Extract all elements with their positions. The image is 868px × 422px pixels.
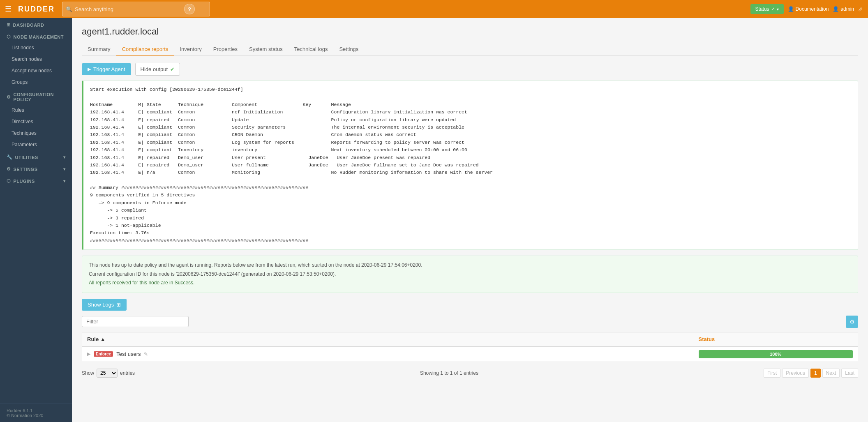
sidebar-section-node-management: ⬡ Node management List nodes Search node…: [0, 30, 72, 88]
sidebar-section-config-policy: ⚙ Configuration policy Rules Directives …: [0, 88, 72, 150]
page-1-button[interactable]: 1: [810, 369, 821, 378]
show-label: Show: [82, 370, 94, 376]
col-status-header: Status: [694, 332, 858, 346]
sidebar-item-parameters[interactable]: Parameters: [0, 139, 72, 150]
sidebar-section-header-utilities[interactable]: 🔧 Utilities ▾: [0, 150, 72, 162]
copyright: © Normation 2020: [7, 413, 65, 418]
sidebar-section-header-node-management[interactable]: ⬡ Node management: [0, 30, 72, 42]
tab-compliance-reports[interactable]: Compliance reports: [116, 43, 174, 56]
help-icon[interactable]: ?: [184, 4, 195, 14]
search-input[interactable]: [75, 6, 182, 12]
check-icon: ✔: [170, 66, 175, 72]
rule-row: ▶ Enforce Test users ✎: [87, 351, 689, 357]
report-table: Rule ▲ Status ▶ Enforce Test users ✎: [82, 332, 858, 362]
progress-bar: 100%: [699, 350, 853, 358]
status-cell: 100%: [694, 346, 858, 362]
node-management-label: Node management: [14, 35, 64, 39]
show-logs-button[interactable]: Show Logs ⊞: [82, 299, 127, 311]
gear-icon: ⚙: [850, 318, 855, 325]
entries-select[interactable]: 10 25 50 100: [97, 369, 118, 378]
last-page-button[interactable]: Last: [841, 369, 858, 378]
table-body: ▶ Enforce Test users ✎ 100%: [82, 346, 858, 362]
expand-arrow-icon[interactable]: ▶: [87, 351, 90, 357]
pagination-buttons: First Previous 1 Next Last: [764, 369, 858, 378]
col-rule-label: Rule: [87, 336, 99, 342]
info-line-2: Current configuration ID for this node i…: [89, 270, 851, 279]
settings-caret-icon: ▾: [63, 167, 66, 171]
trigger-agent-label: Trigger Agent: [93, 66, 125, 72]
admin-label: admin: [840, 6, 854, 12]
sidebar-item-search-nodes[interactable]: Search nodes: [0, 53, 72, 65]
plugins-icon: ⬡: [7, 178, 11, 184]
documentation-link[interactable]: 👤 Documentation: [788, 6, 829, 12]
first-page-button[interactable]: First: [764, 369, 780, 378]
sidebar-section-header-plugins[interactable]: ⬡ Plugins ▾: [0, 174, 72, 186]
chevron-down-icon: ▾: [777, 7, 779, 12]
sidebar-item-techniques[interactable]: Techniques: [0, 127, 72, 139]
table-icon: ⊞: [116, 302, 121, 308]
col-rule-header[interactable]: Rule ▲: [82, 332, 694, 346]
plugins-caret-icon: ▾: [63, 179, 66, 183]
sidebar-item-groups[interactable]: Groups: [0, 76, 72, 88]
tab-summary[interactable]: Summary: [82, 43, 116, 56]
sidebar-section-settings: ⚙ Settings ▾: [0, 162, 72, 174]
sidebar-item-dashboard[interactable]: ⊞ Dashboard: [0, 18, 72, 30]
previous-page-button[interactable]: Previous: [782, 369, 809, 378]
sidebar-item-directives[interactable]: Directives: [0, 116, 72, 127]
page-title: agent1.rudder.local: [82, 26, 858, 37]
trigger-agent-button[interactable]: ▶ Trigger Agent: [82, 63, 131, 75]
rule-name: Test users: [116, 351, 141, 357]
tabs: Summary Compliance reports Inventory Pro…: [82, 43, 858, 56]
filter-input[interactable]: [82, 316, 189, 327]
main-content: agent1.rudder.local Summary Compliance r…: [72, 18, 868, 422]
status-check-icon: ✓: [771, 6, 775, 12]
info-line-3: All reports received for this node are i…: [89, 279, 851, 288]
status-button[interactable]: Status ✓ ▾: [750, 4, 784, 14]
sidebar-section-utilities: 🔧 Utilities ▾: [0, 150, 72, 162]
sidebar-item-list-nodes[interactable]: List nodes: [0, 42, 72, 53]
tab-properties[interactable]: Properties: [208, 43, 243, 56]
entries-label: entries: [120, 370, 135, 376]
utilities-icon: 🔧: [7, 155, 13, 160]
sidebar-footer: Rudder 6.1.1 © Normation 2020: [0, 404, 72, 422]
doc-person-icon: 👤: [788, 6, 794, 12]
progress-label: 100%: [770, 352, 781, 357]
sidebar-section-plugins: ⬡ Plugins ▾: [0, 174, 72, 186]
next-page-button[interactable]: Next: [822, 369, 840, 378]
show-entries: Show 10 25 50 100 entries: [82, 369, 135, 378]
info-box: This node has up to date policy and the …: [82, 256, 858, 293]
top-nav: ☰ RUDDER 🔍 ? Status ✓ ▾ 👤 Documentation …: [0, 0, 868, 18]
tab-technical-logs[interactable]: Technical logs: [289, 43, 334, 56]
play-icon: ▶: [88, 67, 91, 72]
tab-inventory[interactable]: Inventory: [174, 43, 207, 56]
rudder-version: Rudder 6.1.1: [7, 408, 65, 413]
log-output: Start execution with config [20200629-17…: [82, 81, 858, 250]
sidebar-section-header-config-policy[interactable]: ⚙ Configuration policy: [0, 88, 72, 104]
tab-settings[interactable]: Settings: [333, 43, 364, 56]
utilities-caret-icon: ▾: [63, 155, 66, 159]
showing-text: Showing 1 to 1 of 1 entries: [420, 370, 478, 376]
dashboard-label: Dashboard: [13, 23, 44, 28]
edit-icon[interactable]: ✎: [144, 351, 148, 357]
config-policy-icon: ⚙: [7, 95, 11, 100]
sidebar-section-dashboard: ⊞ Dashboard: [0, 18, 72, 30]
gear-button[interactable]: ⚙: [846, 316, 858, 328]
external-link-icon[interactable]: ⇗: [858, 6, 863, 12]
filter-row: ⚙: [82, 316, 858, 328]
hide-output-label: Hide output: [141, 66, 168, 72]
tab-system-status[interactable]: System status: [243, 43, 289, 56]
enforce-badge: Enforce: [94, 351, 113, 357]
top-nav-right: Status ✓ ▾ 👤 Documentation 👤 admin ⇗: [750, 4, 863, 14]
menu-icon[interactable]: ☰: [5, 5, 12, 14]
rule-cell: ▶ Enforce Test users ✎: [82, 346, 694, 362]
sidebar-section-header-settings[interactable]: ⚙ Settings ▾: [0, 162, 72, 174]
hide-output-button[interactable]: Hide output ✔: [135, 63, 180, 76]
action-bar: ▶ Trigger Agent Hide output ✔: [82, 63, 858, 76]
sort-icon: ▲: [100, 336, 106, 342]
sidebar-item-rules[interactable]: Rules: [0, 104, 72, 116]
admin-link[interactable]: 👤 admin: [833, 6, 854, 12]
layout: ⊞ Dashboard ⬡ Node management List nodes…: [0, 18, 868, 422]
sidebar-item-accept-new-nodes[interactable]: Accept new nodes: [0, 65, 72, 76]
settings-label: Settings: [14, 167, 38, 172]
node-management-icon: ⬡: [7, 34, 11, 39]
